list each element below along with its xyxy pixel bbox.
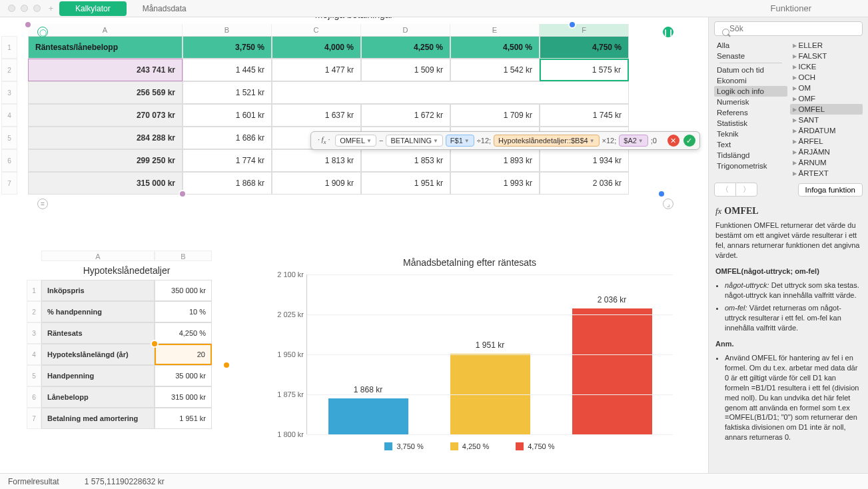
details-label[interactable]: Betalning med amortering <box>41 408 155 429</box>
chart[interactable]: Månadsbetalning efter räntesats 1 868 kr… <box>266 257 673 450</box>
cell-B2[interactable]: 1 445 kr <box>183 59 272 81</box>
details-value[interactable]: 35 000 kr <box>155 365 212 386</box>
sheet-tab-manadsdata[interactable]: Månadsdata <box>127 1 203 16</box>
function-item[interactable]: ▶ICKE <box>790 61 863 72</box>
function-item[interactable]: ▶ÄRFEL <box>790 136 863 147</box>
category-item[interactable]: Numerisk <box>714 97 787 107</box>
cell-C1[interactable]: 4,000 % <box>272 36 361 59</box>
insert-function-button[interactable]: Infoga funktion <box>798 183 863 197</box>
row-hdr[interactable]: 6 <box>27 386 41 408</box>
add-row-button[interactable]: = <box>37 199 48 209</box>
category-item[interactable]: Trigonometrisk <box>714 161 787 171</box>
row-hdr[interactable]: 1 <box>27 280 41 301</box>
selection-handle[interactable] <box>657 190 665 198</box>
function-item[interactable]: ▶ÄRNUM <box>790 157 863 168</box>
row-hdr[interactable]: 7 <box>27 408 41 429</box>
cell-A3[interactable]: 256 569 kr <box>28 81 183 104</box>
table-handle-icon[interactable]: ◯ <box>37 27 48 37</box>
token-function[interactable]: BETALNING▼ <box>386 135 442 147</box>
cell-B6[interactable]: 1 774 kr <box>183 149 272 172</box>
cell-F4[interactable]: 1 745 kr <box>540 104 629 127</box>
details-label[interactable]: Lånebelopp <box>41 386 155 408</box>
category-item[interactable]: Teknik <box>714 129 787 139</box>
details-value[interactable]: 10 % <box>155 301 212 322</box>
function-item[interactable]: ▶OM <box>790 83 863 93</box>
details-label[interactable]: Inköpspris <box>41 280 155 301</box>
row-hdr[interactable]: 2 <box>27 301 41 322</box>
cell-E1[interactable]: 4,500 % <box>450 36 540 59</box>
cell-B4[interactable]: 1 601 kr <box>183 104 272 127</box>
details-label[interactable]: % handpenning <box>41 301 155 322</box>
zoom-window-button[interactable] <box>33 5 41 12</box>
cell-B5[interactable]: 1 686 kr <box>183 127 272 149</box>
function-item[interactable]: ▶ÄRTEXT <box>790 168 863 179</box>
nav-fwd-button[interactable]: 〉 <box>736 183 757 196</box>
function-item[interactable]: ▶ELLER <box>790 40 863 51</box>
details-title[interactable]: Hypotekslånedetaljer <box>27 261 226 280</box>
function-item[interactable]: ▶SANT <box>790 115 863 125</box>
add-sheet-button[interactable]: + <box>49 4 59 13</box>
function-item[interactable]: ▶OCH <box>790 72 863 83</box>
token-cellref[interactable]: F$1▼ <box>446 135 474 147</box>
col-hdr-E[interactable]: E <box>450 24 540 36</box>
details-label[interactable]: Handpenning <box>41 365 155 386</box>
accept-formula-button[interactable]: ✓ <box>683 135 695 147</box>
row-hdr[interactable]: 7 <box>1 172 17 195</box>
details-label[interactable]: Hypotekslånelängd (år) <box>41 344 155 365</box>
row-hdr[interactable]: 3 <box>1 81 17 104</box>
col-hdr-D[interactable]: D <box>361 24 450 36</box>
cell-A6[interactable]: 299 250 kr <box>28 149 183 172</box>
row-hdr[interactable]: 6 <box>1 149 17 172</box>
col-hdr-C[interactable]: C <box>272 24 361 36</box>
category-item[interactable]: Alla <box>714 40 787 51</box>
table-resize-handle[interactable]: ⌟ <box>663 199 673 209</box>
cell-A1[interactable]: Räntesats/lånebelopp <box>28 36 183 59</box>
category-item[interactable]: Statistisk <box>714 118 787 129</box>
col-hdr-B[interactable]: B <box>183 24 272 36</box>
cell-B7[interactable]: 1 868 kr <box>183 172 272 195</box>
category-item[interactable]: Tidslängd <box>714 150 787 161</box>
search-input[interactable] <box>714 21 863 36</box>
cell-E2[interactable]: 1 542 kr <box>450 59 540 81</box>
cell-A5[interactable]: 284 288 kr <box>28 127 183 149</box>
formula-editor[interactable]: ∙ fx ∙ OMFEL▼ − BETALNING▼ F$1▼ ÷12; Hyp… <box>310 131 700 150</box>
selection-handle[interactable] <box>151 340 159 348</box>
category-item[interactable]: Text <box>714 139 787 150</box>
details-value[interactable]: 1 951 kr <box>155 408 212 429</box>
row-hdr[interactable]: 4 <box>27 344 41 365</box>
canvas[interactable]: ◯ ❙❙ A B C D E F Möjliga betalningar 1 R… <box>0 17 708 473</box>
cancel-formula-button[interactable]: ✕ <box>667 135 679 147</box>
cell-F2[interactable]: 1 575 kr <box>540 59 629 81</box>
details-value[interactable]: 20 <box>155 344 212 365</box>
row-hdr[interactable]: 5 <box>27 365 41 386</box>
token-cellref[interactable]: Hypotekslånedetaljer::$B$4▼ <box>494 135 599 147</box>
cell-A2[interactable]: 243 741 kr <box>28 59 183 81</box>
cell-C2[interactable]: 1 477 kr <box>272 59 361 81</box>
nav-back-button[interactable]: 〈 <box>715 183 736 196</box>
details-value[interactable]: 315 000 kr <box>155 386 212 408</box>
token-cellref[interactable]: $A2▼ <box>619 135 648 147</box>
det-col-A[interactable]: A <box>41 250 155 261</box>
det-col-B[interactable]: B <box>155 250 212 261</box>
category-item[interactable]: Senaste <box>714 51 787 61</box>
function-item[interactable]: ▶OMF <box>790 93 863 104</box>
selection-handle[interactable] <box>24 21 32 29</box>
selection-handle[interactable] <box>222 361 230 369</box>
sheet-tab-kalkylator[interactable]: Kalkylator <box>59 1 127 16</box>
category-item[interactable]: Datum och tid <box>714 65 787 75</box>
col-hdr-A[interactable]: A <box>28 24 183 36</box>
selection-handle[interactable] <box>568 21 576 29</box>
cell-B1[interactable]: 3,750 % <box>183 36 272 59</box>
cell-D6[interactable]: 1 853 kr <box>361 149 450 172</box>
cell-merged[interactable] <box>272 81 629 104</box>
row-hdr[interactable]: 1 <box>1 36 17 59</box>
cell-B3[interactable]: 1 521 kr <box>183 81 272 104</box>
cell-C6[interactable]: 1 813 kr <box>272 149 361 172</box>
cell-E7[interactable]: 1 993 kr <box>450 172 540 195</box>
cell-C4[interactable]: 1 637 kr <box>272 104 361 127</box>
cell-D7[interactable]: 1 951 kr <box>361 172 450 195</box>
function-item[interactable]: ▶OMFEL <box>790 104 863 115</box>
cell-D2[interactable]: 1 509 kr <box>361 59 450 81</box>
cell-A7[interactable]: 315 000 kr <box>28 172 183 195</box>
row-hdr[interactable]: 5 <box>1 127 17 149</box>
